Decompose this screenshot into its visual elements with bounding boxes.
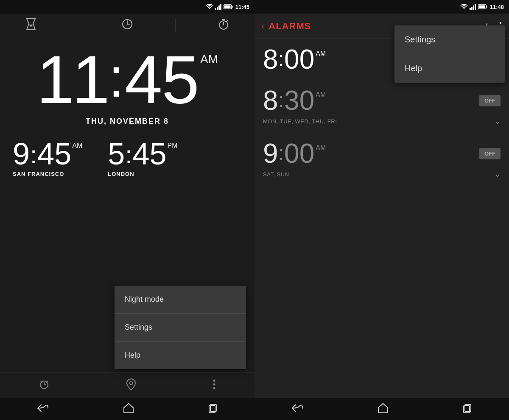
alarm-2-colon: : xyxy=(278,87,284,111)
right-dropdown-settings[interactable]: Settings xyxy=(394,25,505,54)
world-clock-sf: 9 : 45 AM SAN FRANCISCO xyxy=(13,139,82,177)
alarm-1-time: 8 : 00 AM xyxy=(263,46,326,73)
left-bottom-nav xyxy=(0,373,255,398)
alarm-1-min: 00 xyxy=(284,46,314,73)
left-status-right: 11:45 xyxy=(206,4,249,10)
sf-city: SAN FRANCISCO xyxy=(13,171,64,177)
tab-divider-2 xyxy=(175,19,176,32)
sf-minutes: 45 xyxy=(37,139,71,169)
svg-marker-39 xyxy=(378,403,388,413)
world-time-london: 5 : 45 PM xyxy=(108,139,177,169)
left-status-bar: 11:45 xyxy=(0,0,255,14)
svg-rect-0 xyxy=(215,8,216,10)
svg-rect-33 xyxy=(471,7,473,10)
right-signal-icon xyxy=(470,4,476,10)
svg-rect-38 xyxy=(478,6,485,8)
recent-button-left[interactable] xyxy=(208,403,218,415)
tab-timer[interactable] xyxy=(17,14,45,36)
alarm-2-days-row: MON, TUE, WED, THU, FRI ⌄ xyxy=(263,117,501,126)
svg-rect-34 xyxy=(473,6,474,10)
alarm-2-expand[interactable]: ⌄ xyxy=(494,117,501,126)
dot-1 xyxy=(500,22,501,24)
right-status-right: 11:48 xyxy=(460,4,504,10)
left-system-nav xyxy=(0,398,255,420)
right-dropdown-menu: Settings Help xyxy=(394,25,505,83)
alarm-2-row: 8 : 30 AM OFF xyxy=(263,87,501,114)
london-minutes: 45 xyxy=(132,139,166,169)
alarm-3-expand[interactable]: ⌄ xyxy=(494,170,501,179)
alarm-3-colon: : xyxy=(278,140,284,164)
alarm-2-hour: 8 xyxy=(263,87,278,114)
svg-rect-2 xyxy=(218,6,220,10)
alarm-1-ampm: AM xyxy=(316,50,326,58)
world-clock-london: 5 : 45 PM LONDON xyxy=(108,139,177,177)
svg-point-28 xyxy=(213,387,215,389)
left-status-time: 11:45 xyxy=(235,4,249,10)
right-battery-icon xyxy=(478,4,487,9)
alarms-list: 8 : 00 AM 8 : 30 AM OFF MON, TUE, WED, T… xyxy=(255,39,509,398)
tab-divider-1 xyxy=(79,19,79,32)
tab-stopwatch[interactable] xyxy=(210,15,238,36)
alarm-3-days: SAT, SUN xyxy=(263,171,289,178)
world-clocks: 9 : 45 AM SAN FRANCISCO 5 : 45 PM LONDON xyxy=(0,139,255,177)
dropdown-night-mode[interactable]: Night mode xyxy=(115,286,246,314)
london-colon: : xyxy=(125,139,132,169)
sf-hours: 9 xyxy=(13,139,30,169)
london-hours: 5 xyxy=(108,139,125,169)
svg-rect-37 xyxy=(486,6,487,8)
right-wifi-icon xyxy=(460,4,468,10)
svg-point-14 xyxy=(127,23,128,25)
alarms-back-button[interactable]: ‹ xyxy=(261,21,264,32)
svg-rect-3 xyxy=(220,4,221,10)
right-system-nav xyxy=(255,398,509,420)
alarm-item-2[interactable]: 8 : 30 AM OFF MON, TUE, WED, THU, FRI ⌄ xyxy=(255,80,509,133)
svg-point-25 xyxy=(129,381,132,384)
dropdown-help[interactable]: Help xyxy=(115,342,246,369)
nav-alarm-icon[interactable] xyxy=(39,379,50,392)
nav-location-icon[interactable] xyxy=(126,378,136,393)
alarm-3-toggle[interactable]: OFF xyxy=(479,148,501,159)
top-tabs xyxy=(0,14,255,37)
london-ampm: PM xyxy=(168,142,178,150)
battery-icon xyxy=(224,4,233,9)
left-panel: 11:45 xyxy=(0,0,255,420)
recent-button-right[interactable] xyxy=(463,403,472,415)
alarm-3-hour: 9 xyxy=(263,140,278,167)
main-hours: 11 xyxy=(36,46,108,114)
back-button-left[interactable] xyxy=(37,404,49,414)
dropdown-settings[interactable]: Settings xyxy=(115,314,246,342)
svg-marker-10 xyxy=(29,25,33,27)
home-button-left[interactable] xyxy=(123,403,134,416)
alarm-item-3[interactable]: 9 : 00 AM OFF SAT, SUN ⌄ xyxy=(255,133,509,186)
alarm-3-time: 9 : 00 AM xyxy=(263,140,326,167)
svg-point-27 xyxy=(213,383,215,385)
alarm-3-ampm: AM xyxy=(316,144,326,152)
tab-clock[interactable] xyxy=(113,15,141,36)
main-ampm: AM xyxy=(200,53,218,65)
london-city: LONDON xyxy=(108,171,134,177)
left-dropdown-menu: Night mode Settings Help xyxy=(115,286,246,369)
world-time-sf: 9 : 45 AM xyxy=(13,139,82,169)
alarm-2-min: 30 xyxy=(284,87,314,114)
alarm-1-colon: : xyxy=(278,46,284,70)
alarm-2-ampm: AM xyxy=(316,91,326,99)
back-button-right[interactable] xyxy=(291,404,303,414)
main-date: THU, NOVEMBER 8 xyxy=(86,117,169,126)
main-minutes: 45 xyxy=(125,46,199,114)
sf-ampm: AM xyxy=(72,142,82,150)
main-colon: : xyxy=(109,46,124,105)
svg-rect-5 xyxy=(232,6,232,8)
nav-more-icon[interactable] xyxy=(213,379,216,392)
alarm-2-toggle[interactable]: OFF xyxy=(479,95,501,106)
main-time-display: 11 : 45 AM xyxy=(36,46,218,114)
svg-rect-35 xyxy=(475,4,476,10)
right-status-time: 11:48 xyxy=(490,4,504,10)
alarm-2-time: 8 : 30 AM xyxy=(263,87,326,114)
alarm-3-row: 9 : 00 AM OFF xyxy=(263,140,501,167)
signal-icon xyxy=(215,4,222,10)
right-panel: 11:48 ‹ ALARMS + 8 : 00 AM xyxy=(255,0,509,420)
right-dropdown-help[interactable]: Help xyxy=(394,54,505,83)
svg-point-26 xyxy=(213,379,215,381)
home-button-right[interactable] xyxy=(378,403,389,416)
wifi-icon xyxy=(206,4,213,10)
